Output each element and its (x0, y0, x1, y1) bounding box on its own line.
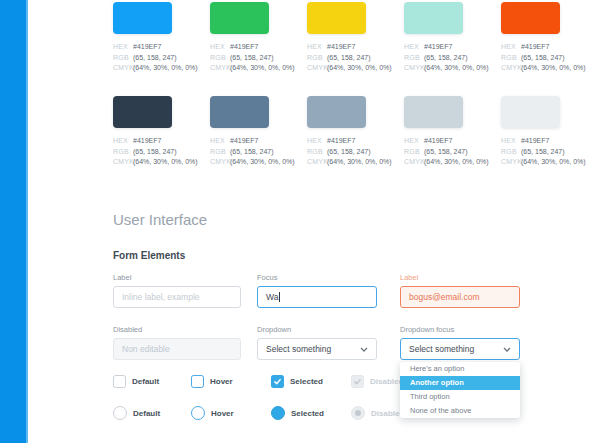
rgb-value: (65, 158, 247) (327, 54, 371, 61)
hex-label: HEX (307, 42, 327, 53)
hex-label: HEX (210, 136, 230, 147)
check-icon (273, 377, 282, 386)
hex-label: HEX (210, 42, 230, 53)
checkbox-label: Disabled (370, 377, 403, 386)
cmyk-label: CMYK (501, 63, 521, 74)
hex-label: HEX (113, 136, 133, 147)
rgb-value: (65, 158, 247) (327, 148, 371, 155)
rgb-value: (65, 158, 247) (133, 148, 177, 155)
cmyk-label: CMYK (113, 63, 133, 74)
rgb-label: RGB (404, 147, 424, 158)
color-swatch (210, 2, 269, 34)
rgb-value: (65, 158, 247) (424, 148, 468, 155)
color-swatch-card: HEX#419EF7 RGB(65, 158, 247) CMYK(64%, 3… (210, 96, 269, 168)
rgb-label: RGB (210, 147, 230, 158)
radio-selected[interactable]: Selected (271, 406, 324, 420)
hex-value: #419EF7 (424, 43, 452, 50)
dropdown-select[interactable]: Select something (257, 338, 377, 360)
hex-label: HEX (501, 42, 521, 53)
hex-value: #419EF7 (521, 137, 549, 144)
cmyk-label: CMYK (501, 157, 521, 168)
radio-circle[interactable] (271, 406, 285, 420)
swatch-meta: HEX#419EF7 RGB(65, 158, 247) CMYK(64%, 3… (501, 136, 560, 168)
rgb-value: (65, 158, 247) (230, 54, 274, 61)
cmyk-label: CMYK (404, 63, 424, 74)
design-system-page: HEX#419EF7 RGB(65, 158, 247) CMYK(64%, 3… (0, 0, 600, 443)
checkbox-box[interactable] (271, 375, 284, 388)
swatch-meta: HEX#419EF7 RGB(65, 158, 247) CMYK(64%, 3… (307, 136, 366, 168)
color-swatch (307, 2, 366, 34)
radio-label: Hover (211, 409, 234, 418)
rgb-label: RGB (501, 147, 521, 158)
checkbox-box (351, 375, 364, 388)
dropdown-option-highlighted[interactable]: Another option (400, 376, 520, 390)
hex-value: #419EF7 (327, 43, 355, 50)
hex-value: #419EF7 (424, 137, 452, 144)
radio-disabled: Disabled (351, 406, 404, 420)
swatch-meta: HEX#419EF7 RGB(65, 158, 247) CMYK(64%, 3… (307, 42, 366, 74)
dropdown-focus-select[interactable]: Select something (400, 338, 520, 360)
color-swatch (404, 96, 463, 128)
radio-dot (355, 410, 361, 416)
radio-label: Default (133, 409, 160, 418)
swatch-meta: HEX#419EF7 RGB(65, 158, 247) CMYK(64%, 3… (404, 42, 463, 74)
color-swatch (501, 2, 560, 34)
color-swatch (307, 96, 366, 128)
rgb-label: RGB (113, 53, 133, 64)
radio-circle[interactable] (191, 406, 205, 420)
text-cursor (279, 292, 280, 302)
field-label: Focus (257, 273, 377, 282)
cmyk-value: (64%, 30%, 0%, 0%) (327, 158, 392, 165)
field-label: Label (113, 273, 241, 282)
dropdown-option[interactable]: None of the above (400, 404, 520, 418)
field-label: Dropdown (257, 325, 377, 334)
field-label: Dropdown focus (400, 325, 520, 334)
checkbox-hover[interactable]: Hover (191, 375, 233, 388)
hex-value: #419EF7 (230, 43, 258, 50)
cmyk-value: (64%, 30%, 0%, 0%) (327, 64, 392, 71)
checkbox-box[interactable] (191, 375, 204, 388)
dropdown-value: Select something (266, 344, 331, 354)
color-swatch-card: HEX#419EF7 RGB(65, 158, 247) CMYK(64%, 3… (501, 96, 560, 168)
swatch-meta: HEX#419EF7 RGB(65, 158, 247) CMYK(64%, 3… (113, 42, 172, 74)
field-text-default: Label (113, 273, 241, 308)
cmyk-value: (64%, 30%, 0%, 0%) (230, 64, 295, 71)
cmyk-value: (64%, 30%, 0%, 0%) (521, 158, 586, 165)
cmyk-value: (64%, 30%, 0%, 0%) (230, 158, 295, 165)
radio-circle[interactable] (113, 406, 127, 420)
color-swatch-card: HEX#419EF7 RGB(65, 158, 247) CMYK(64%, 3… (113, 2, 172, 74)
text-input-focus[interactable]: Wa (257, 286, 377, 308)
rgb-label: RGB (404, 53, 424, 64)
dropdown-option[interactable]: Here's an option (400, 362, 520, 376)
checkbox-label: Selected (290, 377, 323, 386)
field-dropdown: Dropdown Select something (257, 325, 377, 360)
chevron-down-icon (360, 347, 368, 352)
checkbox-box[interactable] (113, 375, 126, 388)
text-input-disabled (113, 338, 241, 360)
checkbox-disabled: Disabled (351, 375, 403, 388)
checkbox-default[interactable]: Default (113, 375, 159, 388)
checkbox-label: Hover (210, 377, 233, 386)
swatch-meta: HEX#419EF7 RGB(65, 158, 247) CMYK(64%, 3… (113, 136, 172, 168)
rgb-label: RGB (210, 53, 230, 64)
dropdown-option[interactable]: Third option (400, 390, 520, 404)
cmyk-label: CMYK (307, 63, 327, 74)
field-text-disabled: Disabled (113, 325, 241, 360)
radio-label: Selected (291, 409, 324, 418)
color-swatch (501, 96, 560, 128)
hex-label: HEX (501, 136, 521, 147)
color-swatch (210, 96, 269, 128)
radio-hover[interactable]: Hover (191, 406, 234, 420)
field-dropdown-focus: Dropdown focus Select something Here's a… (400, 325, 520, 360)
rgb-value: (65, 158, 247) (521, 54, 565, 61)
checkbox-selected[interactable]: Selected (271, 375, 323, 388)
input-value: Wa (266, 292, 278, 302)
swatch-meta: HEX#419EF7 RGB(65, 158, 247) CMYK(64%, 3… (404, 136, 463, 168)
text-input-error[interactable] (400, 286, 520, 308)
text-input-default[interactable] (113, 286, 241, 308)
check-icon (353, 377, 362, 386)
color-swatch-card: HEX#419EF7 RGB(65, 158, 247) CMYK(64%, 3… (307, 2, 366, 74)
color-swatch-card: HEX#419EF7 RGB(65, 158, 247) CMYK(64%, 3… (210, 2, 269, 74)
color-swatch-card: HEX#419EF7 RGB(65, 158, 247) CMYK(64%, 3… (404, 2, 463, 74)
radio-default[interactable]: Default (113, 406, 160, 420)
